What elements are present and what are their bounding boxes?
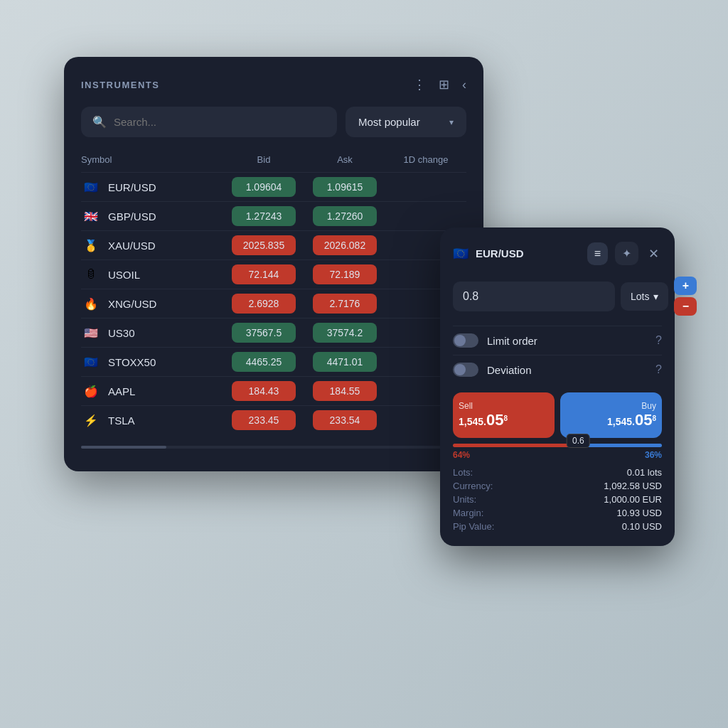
flag-icon: 🇺🇸: [81, 323, 101, 343]
bid-cell: 4465.25: [223, 352, 304, 372]
panel-header: INSTRUMENTS ⋮ ⊞ ‹: [81, 77, 466, 92]
flag-icon: 🛢: [81, 264, 101, 284]
symbol-cell: ⚡ TSLA: [81, 410, 223, 430]
stepper-plus-button[interactable]: +: [674, 277, 697, 295]
bid-price: 2.6928: [232, 294, 296, 314]
instruments-rows: 🇪🇺 EUR/USD 1.09604 1.09615 🇬🇧 GBP/USD 1.…: [81, 172, 466, 434]
flag-icon: 🇬🇧: [81, 206, 101, 226]
info-row: Margin: 10.93 USD: [453, 506, 662, 520]
table-row[interactable]: 🔥 XNG/USD 2.6928 2.7176: [81, 289, 466, 318]
sell-price-sup: 8: [503, 414, 508, 422]
table-row[interactable]: 🥇 XAU/USD 2025.835 2026.082: [81, 230, 466, 259]
search-input[interactable]: [114, 116, 326, 128]
ask-cell: 1.09615: [304, 177, 385, 197]
scrollbar[interactable]: [81, 446, 466, 449]
grid-icon[interactable]: ⊞: [439, 77, 449, 92]
ask-cell: 184.55: [304, 381, 385, 401]
info-key: Currency:: [453, 481, 493, 491]
lot-row: Lots ▾ + −: [453, 277, 662, 316]
table-row[interactable]: 🇪🇺 STOXX50 4465.25 4471.01: [81, 347, 466, 376]
more-options-icon[interactable]: ⋮: [413, 77, 426, 92]
table-row[interactable]: ⚡ TSLA 233.45 233.54: [81, 405, 466, 434]
bid-cell: 37567.5: [223, 323, 304, 343]
ask-cell: 4471.01: [304, 352, 385, 372]
sparkle-button[interactable]: ✦: [615, 242, 638, 265]
search-icon: 🔍: [92, 115, 107, 129]
slider-container: 0.6 64% 36%: [453, 444, 662, 460]
ask-price: 233.54: [313, 410, 377, 430]
info-row: Lots: 0.01 lots: [453, 466, 662, 479]
close-button[interactable]: ✕: [646, 243, 662, 264]
symbol-name: XNG/USD: [108, 298, 156, 310]
bid-price: 2025.835: [232, 235, 296, 255]
symbol-name: TSLA: [108, 414, 135, 427]
stepper-minus-button[interactable]: −: [674, 297, 697, 316]
toggle-thumb: [454, 335, 466, 346]
symbol-name: USOIL: [108, 269, 140, 281]
info-value: 10.93 USD: [616, 508, 662, 518]
ask-price: 4471.01: [313, 352, 377, 372]
filter-dropdown[interactable]: Most popular ▾: [346, 107, 466, 137]
ask-cell: 72.189: [304, 264, 385, 284]
lot-type-selector[interactable]: Lots ▾: [621, 282, 668, 311]
bid-price: 233.45: [232, 410, 296, 430]
th-bid: Bid: [223, 154, 304, 165]
table-row[interactable]: 🇪🇺 EUR/USD 1.09604 1.09615: [81, 172, 466, 201]
ask-price: 37574.2: [313, 323, 377, 343]
flag-icon: 🥇: [81, 235, 101, 255]
table-header: Symbol Bid Ask 1D change: [81, 151, 466, 172]
bid-cell: 72.144: [223, 264, 304, 284]
info-value: 1,092.58 USD: [604, 481, 662, 491]
settings-sliders-button[interactable]: ≡: [587, 242, 608, 265]
info-key: Units:: [453, 494, 476, 505]
bid-cell: 1.27243: [223, 206, 304, 226]
th-symbol: Symbol: [81, 154, 223, 165]
slider-track: [453, 444, 662, 447]
symbol-cell: 🍎 AAPL: [81, 381, 223, 401]
deviation-row: Deviation ?: [453, 355, 662, 384]
collapse-icon[interactable]: ‹: [462, 77, 466, 92]
limit-order-toggle[interactable]: [453, 333, 478, 348]
ask-price: 72.189: [313, 264, 377, 284]
info-row: Units: 1,000.00 EUR: [453, 493, 662, 506]
symbol-cell: 🇪🇺 STOXX50: [81, 352, 223, 372]
symbol-cell: 🇬🇧 GBP/USD: [81, 206, 223, 226]
info-key: Pip Value:: [453, 521, 494, 532]
table-row[interactable]: 🍎 AAPL 184.43 184.55: [81, 376, 466, 405]
symbol-name: AAPL: [108, 385, 135, 397]
symbol-cell: 🛢 USOIL: [81, 264, 223, 284]
sell-price-main: 1,545.: [459, 416, 486, 427]
slider-percentages: 64% 36%: [453, 450, 662, 460]
deviation-toggle[interactable]: [453, 363, 478, 377]
scrollbar-thumb: [81, 446, 166, 449]
limit-order-info-icon[interactable]: ?: [655, 334, 662, 347]
bid-cell: 1.09604: [223, 177, 304, 197]
trade-info: Lots: 0.01 lots Currency: 1,092.58 USD U…: [453, 466, 662, 533]
ask-price: 184.55: [313, 381, 377, 401]
filter-label: Most popular: [358, 116, 442, 128]
sell-button[interactable]: Sell 1,545.058: [453, 392, 555, 438]
deviation-label: Deviation: [487, 364, 647, 376]
info-key: Margin:: [453, 508, 483, 518]
symbol-name: XAU/USD: [108, 240, 156, 252]
bid-price: 72.144: [232, 264, 296, 284]
table-row[interactable]: 🇬🇧 GBP/USD 1.27243 1.27260: [81, 201, 466, 230]
symbol-cell: 🇺🇸 US30: [81, 323, 223, 343]
slider-tooltip: 0.6: [567, 434, 590, 448]
buy-label: Buy: [566, 401, 656, 411]
buy-button[interactable]: Buy 1,545.058: [560, 392, 662, 438]
bid-cell: 184.43: [223, 381, 304, 401]
lot-input[interactable]: [453, 282, 615, 311]
th-ask: Ask: [304, 154, 385, 165]
ask-price: 2.7176: [313, 294, 377, 314]
lot-type-label: Lots: [631, 291, 649, 302]
flag-icon: 🔥: [81, 294, 101, 314]
slider-thumb-container: 0.6: [567, 434, 590, 448]
table-row[interactable]: 🛢 USOIL 72.144 72.189: [81, 259, 466, 289]
info-row: Pip Value: 0.10 USD: [453, 520, 662, 533]
deviation-info-icon[interactable]: ?: [655, 363, 662, 376]
deviation-toggle-thumb: [454, 364, 466, 375]
table-row[interactable]: 🇺🇸 US30 37567.5 37574.2: [81, 318, 466, 347]
symbol-cell: 🥇 XAU/USD: [81, 235, 223, 255]
flag-icon: 🇪🇺: [81, 352, 101, 372]
